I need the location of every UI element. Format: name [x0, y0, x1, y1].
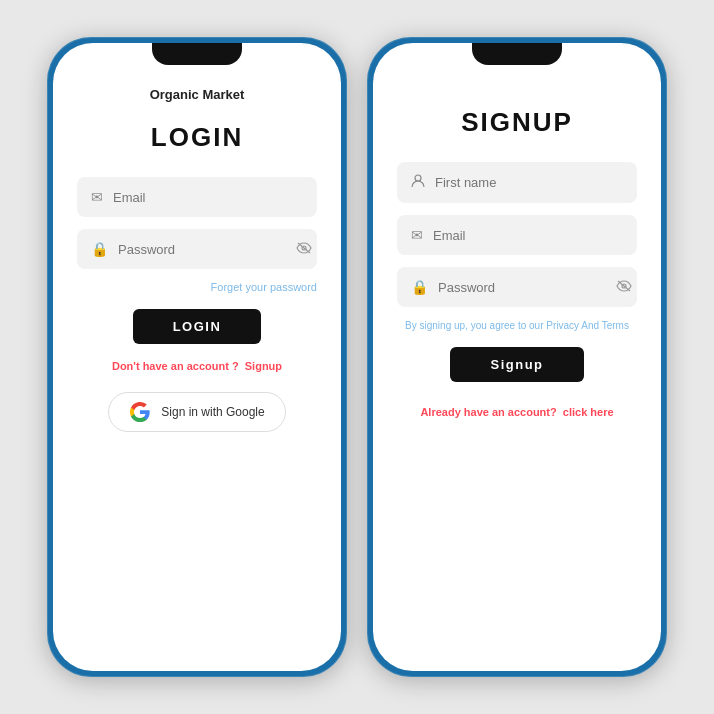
- signup-eye-icon[interactable]: [616, 279, 632, 295]
- signup-email-field[interactable]: ✉: [397, 215, 637, 255]
- signup-lock-icon: 🔒: [411, 279, 428, 295]
- signup-button[interactable]: Signup: [450, 347, 583, 382]
- signup-email-input[interactable]: [433, 228, 623, 243]
- eye-icon[interactable]: [296, 241, 312, 257]
- google-signin-button[interactable]: Sign in with Google: [108, 392, 285, 432]
- email-icon: ✉: [91, 189, 103, 205]
- phone-notch: [152, 43, 242, 65]
- login-button[interactable]: LOGIN: [133, 309, 262, 344]
- terms-text: By signing up, you agree to our Privacy …: [405, 319, 629, 333]
- google-signin-label: Sign in with Google: [161, 405, 264, 419]
- login-title: LOGIN: [151, 122, 243, 153]
- email-field[interactable]: ✉: [77, 177, 317, 217]
- signup-phone: SIGNUP ✉ 🔒: [367, 37, 667, 677]
- lock-icon: 🔒: [91, 241, 108, 257]
- signup-email-icon: ✉: [411, 227, 423, 243]
- signup-password-field[interactable]: 🔒: [397, 267, 637, 307]
- password-field[interactable]: 🔒: [77, 229, 317, 269]
- forget-password-link[interactable]: Forget your password: [211, 281, 317, 293]
- firstname-input[interactable]: [435, 175, 623, 190]
- google-icon: [129, 401, 151, 423]
- app-name: Organic Market: [150, 87, 245, 102]
- signup-link[interactable]: Signup: [245, 360, 282, 372]
- email-input[interactable]: [113, 190, 303, 205]
- svg-point-2: [415, 175, 421, 181]
- already-account-text: Already have an account? click here: [420, 406, 613, 418]
- phone-notch-2: [472, 43, 562, 65]
- signup-password-input[interactable]: [438, 280, 606, 295]
- person-icon: [411, 174, 425, 191]
- no-account-text: Don't have an account ? Signup: [112, 360, 282, 372]
- password-input[interactable]: [118, 242, 286, 257]
- login-phone: Organic Market LOGIN ✉ 🔒: [47, 37, 347, 677]
- firstname-field[interactable]: [397, 162, 637, 203]
- login-link[interactable]: click here: [563, 406, 614, 418]
- signup-title: SIGNUP: [461, 107, 573, 138]
